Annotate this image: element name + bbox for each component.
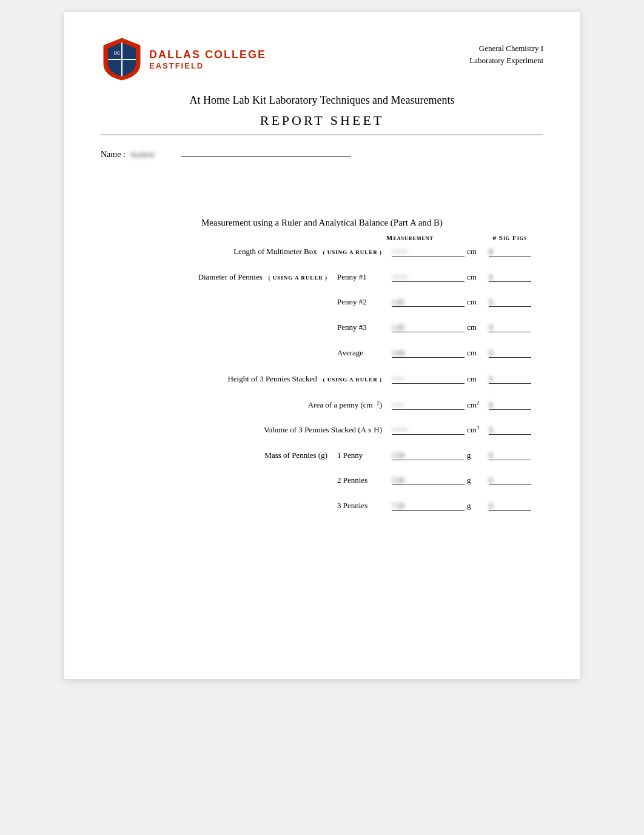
- penny2-field-group: Penny #2 1.82 cm 3: [337, 297, 543, 307]
- report-title: Report Sheet: [101, 113, 543, 129]
- area-sigfig-field: 3: [477, 400, 543, 410]
- penny3-unit: cm: [467, 323, 477, 332]
- mass3-sigfig-field: 3: [477, 501, 543, 511]
- penny3-sigfig-underline: 3: [489, 323, 531, 332]
- length-value: ~~~~: [392, 247, 408, 256]
- header-right: General Chemistry I Laboratory Experimen…: [469, 36, 543, 66]
- length-label: Length of Multimeter Box ( USING A RULER…: [101, 246, 392, 257]
- diameter-penny1-row: Diameter of Pennies ( USING A RULER ) Pe…: [101, 272, 543, 289]
- average-sigfig: 3: [489, 349, 492, 357]
- logo-line2: EASTFIELD: [149, 61, 266, 70]
- area-label: Area of a penny (cm 2): [101, 399, 392, 411]
- average-sigfig-field: 3: [477, 348, 543, 358]
- volume-underline: ~~~~: [392, 425, 465, 435]
- height-sigfig: 3: [489, 375, 492, 383]
- penny2-sublabel: Penny #2: [337, 297, 392, 307]
- mass1-sigfig: 3: [489, 451, 492, 460]
- penny2-sigfig-field: 3: [477, 297, 543, 307]
- area-row: Area of a penny (cm 2) ~~~ cm2 3: [101, 399, 543, 416]
- average-sublabel: Average: [337, 348, 392, 358]
- logo-line1: DALLAS COLLEGE: [149, 49, 266, 61]
- penny1-value: ~~~~: [392, 273, 408, 281]
- height-value: ~~~: [392, 375, 403, 383]
- average-field-group: Average 1.84 cm 3: [337, 348, 543, 358]
- average-sigfig-underline: 3: [489, 348, 531, 358]
- penny3-value: 1.85: [392, 323, 404, 332]
- length-tag: ( USING A RULER ): [323, 249, 382, 255]
- penny2-sigfig: 3: [489, 298, 492, 306]
- penny2-sigfig-underline: 3: [489, 297, 531, 307]
- volume-row: Volume of 3 Pennies Stacked (A x H) ~~~~…: [101, 424, 543, 441]
- mass3-sigfig-underline: 3: [489, 501, 531, 511]
- average-unit: cm: [467, 348, 477, 358]
- height-underline: ~~~: [392, 374, 465, 384]
- penny3-sublabel: Penny #3: [337, 323, 392, 332]
- diameter-tag: ( USING A RULER ): [268, 275, 327, 281]
- mass2-sigfig-field: 2: [477, 475, 543, 485]
- penny2-underline: 1.82: [392, 297, 465, 307]
- height-measurement: ~~~ cm: [392, 374, 477, 384]
- length-row: Length of Multimeter Box ( USING A RULER…: [101, 246, 543, 263]
- name-row: Name : Student: [101, 147, 543, 159]
- mass1-underline: 2.50: [392, 451, 465, 460]
- mass1-measurement: 2.50 g: [392, 451, 477, 460]
- height-row: Height of 3 Pennies Stacked ( USING A RU…: [101, 374, 543, 391]
- penny3-measurement: 1.85 cm: [392, 323, 477, 332]
- penny1-underline: ~~~~: [392, 272, 465, 282]
- diameter-label: Diameter of Pennies ( USING A RULER ): [101, 272, 337, 283]
- height-sigfig-underline: 3: [489, 374, 531, 384]
- area-sigfig-underline: 3: [489, 400, 531, 410]
- page: DC DALLAS COLLEGE EASTFIELD General Chem…: [64, 12, 580, 679]
- penny3-underline: 1.85: [392, 323, 465, 332]
- area-value: ~~~: [392, 401, 403, 409]
- svg-text:DC: DC: [114, 51, 120, 55]
- average-measurement: 1.84 cm: [392, 348, 477, 358]
- course-line2: Laboratory Experiment: [469, 55, 543, 67]
- penny2-unit: cm: [467, 297, 477, 307]
- height-tag: ( USING A RULER ): [323, 377, 382, 383]
- course-line1: General Chemistry I: [469, 42, 543, 55]
- section-heading: Measurement using a Ruler and Analytical…: [101, 218, 543, 228]
- height-sigfig-field: 3: [477, 374, 543, 384]
- penny1-sigfig-underline: 3: [489, 272, 531, 282]
- mass2-sigfig-underline: 2: [489, 475, 531, 485]
- volume-measurement: ~~~~ cm3: [392, 424, 477, 435]
- volume-sigfig-field: 3: [477, 425, 543, 435]
- penny3-field-group: Penny #3 1.85 cm 3: [337, 323, 543, 332]
- diameter-penny2-row: Penny #2 1.82 cm 3: [101, 297, 543, 314]
- length-sigfig-underline: 4: [489, 247, 531, 257]
- area-exponent: 2: [377, 400, 380, 406]
- page-title: At Home Lab Kit Laboratory Techniques an…: [101, 94, 543, 107]
- mass2-unit: g: [467, 475, 471, 485]
- penny2-value: 1.82: [392, 298, 404, 306]
- volume-value: ~~~~: [392, 426, 408, 434]
- volume-sigfig: 3: [489, 426, 492, 434]
- diameter-penny3-row: Penny #3 1.85 cm 3: [101, 323, 543, 340]
- mass3-value: 7.50: [392, 501, 404, 510]
- penny1-sublabel: Penny #1: [337, 272, 392, 282]
- mass3-unit: g: [467, 501, 471, 511]
- mass-penny1-row: Mass of Pennies (g) 1 Penny 2.50 g 3: [101, 450, 543, 467]
- mass-label: Mass of Pennies (g): [101, 450, 337, 461]
- mass2-sublabel: 2 Pennies: [337, 475, 392, 485]
- mass2-measurement: 5.00 g: [392, 475, 477, 485]
- mass1-value: 2.50: [392, 451, 404, 460]
- length-underline: ~~~~: [392, 247, 465, 257]
- average-value: 1.84: [392, 349, 404, 357]
- mass3-sublabel: 3 Pennies: [337, 501, 392, 511]
- length-unit: cm: [467, 247, 477, 257]
- penny1-field-group: Penny #1 ~~~~ cm 3: [337, 272, 543, 282]
- height-label: Height of 3 Pennies Stacked ( USING A RU…: [101, 374, 392, 384]
- col-header-sigfigs: # Sig Figs: [477, 234, 543, 241]
- mass3-measurement: 7.50 g: [392, 501, 477, 511]
- area-sigfig: 3: [489, 401, 492, 409]
- mass-penny3-row: 3 Pennies 7.50 g 3: [101, 501, 543, 518]
- penny1-sigfig: 3: [489, 273, 492, 281]
- mass1-field-group: 1 Penny 2.50 g 3: [337, 451, 543, 460]
- mass3-underline: 7.50: [392, 501, 465, 511]
- area-underline: ~~~: [392, 400, 465, 410]
- mass-penny2-row: 2 Pennies 5.00 g 2: [101, 475, 543, 492]
- mass1-sublabel: 1 Penny: [337, 451, 392, 460]
- college-logo-icon: DC: [101, 36, 143, 82]
- name-value: Student: [130, 150, 179, 159]
